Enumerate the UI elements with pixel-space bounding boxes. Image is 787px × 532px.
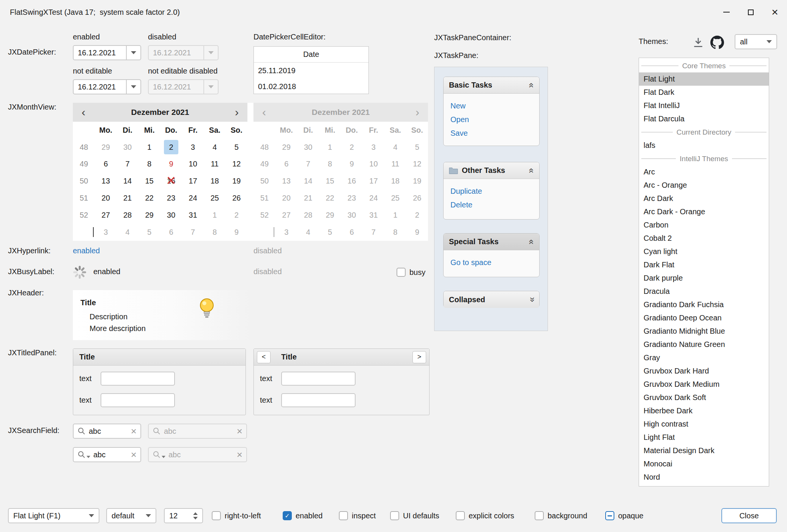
datepicker-enabled[interactable]: 16.12.2021: [73, 45, 141, 60]
calendar-day-cell[interactable]: 2: [226, 207, 247, 224]
calendar-day-cell[interactable]: 29: [139, 207, 160, 224]
search-input[interactable]: abc: [89, 427, 128, 436]
taskpane-title-bar[interactable]: Collapsed«: [444, 291, 539, 308]
maximize-button[interactable]: [738, 0, 763, 24]
theme-list-item[interactable]: Hiberbee Dark: [639, 404, 769, 417]
calendar-day-cell[interactable]: 27: [95, 207, 116, 224]
task-link[interactable]: Open: [450, 113, 532, 126]
task-link[interactable]: Delete: [450, 198, 532, 212]
calendar-day-cell[interactable]: 21: [116, 190, 138, 207]
calendar-day-cell[interactable]: 7: [116, 156, 138, 173]
theme-list-item[interactable]: Arc Dark - Orange: [639, 205, 769, 218]
calendar-day-cell[interactable]: 24: [182, 190, 204, 207]
text-input[interactable]: [281, 393, 356, 407]
calendar-day-cell[interactable]: 28: [116, 207, 138, 224]
calendar-day-cell[interactable]: 25: [204, 190, 225, 207]
theme-list-item[interactable]: Gruvbox Dark Soft: [639, 391, 769, 404]
theme-list-item[interactable]: Flat Darcula: [639, 112, 769, 126]
close-window-button[interactable]: ×: [763, 0, 787, 24]
download-themes-icon[interactable]: [692, 36, 704, 49]
theme-list-item[interactable]: lafs: [639, 139, 769, 152]
calendar-day-cell[interactable]: 30: [160, 207, 182, 224]
calendar-day-cell[interactable]: 4: [116, 224, 138, 241]
theme-list-item[interactable]: Flat Dark: [639, 86, 769, 99]
minimize-button[interactable]: [714, 0, 738, 24]
theme-list-item[interactable]: Flat IntelliJ: [639, 99, 769, 112]
checkbox-ui-defaults[interactable]: [390, 511, 399, 520]
hyperlink-enabled[interactable]: enabled: [73, 246, 100, 255]
calendar-day-cell[interactable]: 1: [139, 139, 160, 156]
calendar-day-cell[interactable]: 23: [160, 190, 182, 207]
calendar-day-cell[interactable]: 11: [204, 156, 225, 173]
checkbox-enabled[interactable]: ✓: [283, 511, 292, 520]
theme-list-item[interactable]: Gruvbox Dark Hard: [639, 364, 769, 378]
calendar-day-cell[interactable]: 6: [160, 224, 182, 241]
calendar-day-cell[interactable]: 20: [95, 190, 116, 207]
checkbox-right-to-left[interactable]: [212, 511, 221, 520]
titled-panel-left-button[interactable]: <: [257, 351, 271, 363]
calendar-day-cell[interactable]: 17: [182, 173, 204, 190]
task-link[interactable]: Duplicate: [450, 184, 532, 198]
checkbox-inspect[interactable]: [339, 511, 348, 520]
calendar-day-cell[interactable]: 8: [139, 156, 160, 173]
calendar-day-cell[interactable]: 3: [95, 224, 116, 241]
calendar-day-cell[interactable]: 9: [160, 156, 182, 173]
table-row[interactable]: 25.11.2019: [254, 63, 368, 78]
calendar-day-cell[interactable]: 14: [116, 173, 138, 190]
theme-list-item[interactable]: Gradianto Dark Fuchsia: [639, 298, 769, 311]
taskpane-title-bar[interactable]: Special Tasks«: [444, 234, 539, 250]
calendar-day-cell[interactable]: 4: [204, 139, 225, 156]
datepicker-dropdown-button[interactable]: [126, 46, 140, 60]
datepicker-dropdown-button[interactable]: [126, 80, 140, 94]
titled-panel-right-button[interactable]: >: [412, 351, 426, 363]
task-link[interactable]: Go to space: [450, 256, 532, 269]
calendar-day-cell[interactable]: 18: [204, 173, 225, 190]
checkbox-opaque[interactable]: [605, 511, 614, 520]
theme-list-item[interactable]: Gruvbox Dark Medium: [639, 378, 769, 391]
next-month-icon[interactable]: ›: [226, 107, 247, 118]
previous-month-icon[interactable]: ‹: [73, 107, 94, 118]
checkbox-background[interactable]: [535, 511, 544, 520]
datepicker-not-editable[interactable]: 16.12.2021: [73, 79, 141, 94]
theme-list-item[interactable]: High contrast: [639, 417, 769, 431]
task-link[interactable]: Save: [450, 126, 532, 140]
calendar-day-cell[interactable]: 16×: [160, 173, 182, 190]
calendar-day-cell[interactable]: 7: [182, 224, 204, 241]
calendar-day-cell[interactable]: 5: [139, 224, 160, 241]
calendar-day-cell[interactable]: 3: [182, 139, 204, 156]
checkbox-busy[interactable]: [397, 268, 406, 277]
theme-list-item[interactable]: Arc - Orange: [639, 179, 769, 192]
theme-list-item[interactable]: Arc Dark: [639, 192, 769, 205]
theme-list-item[interactable]: Dark purple: [639, 271, 769, 285]
calendar-day-cell[interactable]: 15: [139, 173, 160, 190]
calendar-day-cell[interactable]: 22: [139, 190, 160, 207]
theme-list-item[interactable]: Cobalt 2: [639, 232, 769, 245]
checkbox-explicit-colors[interactable]: [456, 511, 465, 520]
table-row[interactable]: 01.02.2018: [254, 78, 368, 94]
calendar-day-cell[interactable]: 5: [226, 139, 247, 156]
calendar-day-cell[interactable]: 10: [182, 156, 204, 173]
theme-list-item[interactable]: Gradianto Midnight Blue: [639, 325, 769, 338]
calendar-day-cell[interactable]: 1: [204, 207, 225, 224]
github-icon[interactable]: [710, 36, 724, 49]
themes-filter-combobox[interactable]: all: [735, 34, 777, 49]
clear-search-icon[interactable]: ×: [131, 426, 137, 436]
taskpane-title-bar[interactable]: Other Tasks«: [444, 162, 539, 179]
theme-list-item[interactable]: Cyan light: [639, 245, 769, 258]
calendar-day-cell[interactable]: 6: [95, 156, 116, 173]
theme-list-item[interactable]: Nord: [639, 471, 769, 484]
theme-list-item[interactable]: Material Design Dark: [639, 444, 769, 457]
clear-search-icon[interactable]: ×: [131, 450, 137, 460]
calendar-day-cell[interactable]: 29: [95, 139, 116, 156]
theme-list-item[interactable]: Arc: [639, 165, 769, 179]
text-input[interactable]: [101, 372, 175, 386]
theme-list-item[interactable]: Light Flat: [639, 431, 769, 444]
calendar-day-cell[interactable]: 31: [182, 207, 204, 224]
text-input[interactable]: [101, 393, 175, 407]
theme-list-item[interactable]: Gradianto Nature Green: [639, 338, 769, 351]
theme-list-item[interactable]: Gradianto Deep Ocean: [639, 311, 769, 325]
theme-list-item[interactable]: Gray: [639, 351, 769, 364]
calendar-day-cell[interactable]: 8: [204, 224, 225, 241]
theme-list-item[interactable]: Monocai: [639, 457, 769, 471]
text-input[interactable]: [281, 372, 356, 386]
